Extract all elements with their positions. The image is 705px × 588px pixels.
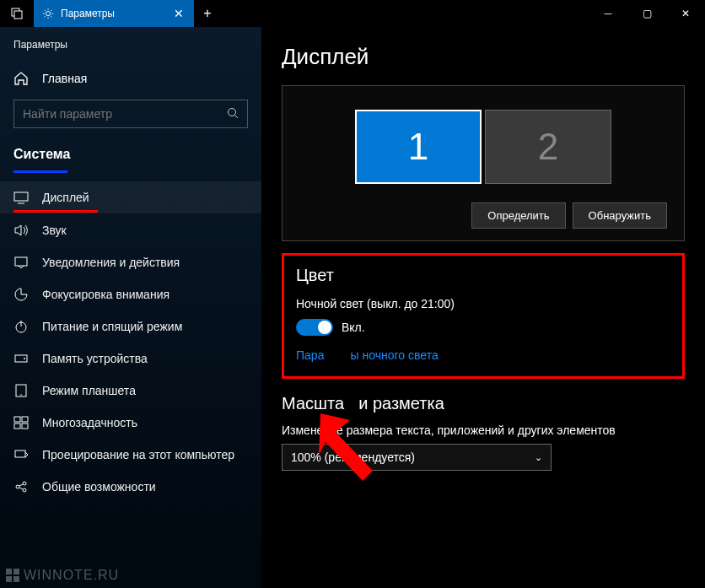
maximize-button[interactable]: ▢ [627,0,666,27]
power-icon [13,319,29,334]
minimize-button[interactable]: ─ [589,0,627,27]
nav-label: Многозадачность [42,416,137,429]
close-button[interactable]: ✕ [666,0,705,27]
identify-button[interactable]: Определить [471,202,565,229]
dropdown-value: 100% (рекомендуется) [291,450,415,464]
monitor-1[interactable]: 1 [355,110,482,184]
multitask-icon [13,415,29,430]
scale-title: Масштаб и разметка [282,394,685,413]
nav-storage[interactable]: Память устройства [0,343,261,375]
cascade-icon [10,7,24,20]
notification-icon [13,255,29,270]
nav-label: Фокусировка внимания [42,288,170,301]
storage-icon [13,351,29,366]
svg-rect-23 [6,569,12,575]
nav-focus[interactable]: Фокусировка внимания [0,278,261,310]
page-title: Дисплей [282,44,685,70]
windows-icon [5,568,20,583]
scale-dropdown[interactable]: 100% (рекомендуется) ⌄ [282,444,552,471]
watermark: WINNOTE.RU [5,568,119,583]
nav-label: Звук [42,224,67,237]
nav-power[interactable]: Питание и спящий режим [0,310,261,343]
svg-point-21 [23,488,26,492]
svg-rect-5 [14,192,28,201]
section-underline [13,170,67,173]
tab-close-button[interactable]: ✕ [172,7,186,20]
toggle-knob [318,321,331,334]
chevron-down-icon: ⌄ [535,452,542,463]
svg-rect-1 [14,11,22,19]
night-light-label: Ночной свет (выкл. до 21:00) [296,297,670,310]
nav-label: Общие возможности [42,480,156,494]
home-label: Главная [42,72,87,85]
sidebar: Параметры Главная Система Дисплей Звук У… [0,27,261,588]
search-icon [227,107,239,121]
monitor-2[interactable]: 2 [485,110,611,184]
detect-button[interactable]: Обнаружить [573,202,667,229]
focus-icon [13,287,29,302]
svg-point-20 [23,482,26,485]
svg-rect-14 [14,417,20,422]
svg-point-2 [46,11,50,15]
search-field[interactable] [23,107,227,121]
color-section-highlight: Цвет Ночной свет (выкл. до 21:00) Вкл. П… [282,253,685,379]
svg-line-4 [235,115,239,118]
nav-multitask[interactable]: Многозадачность [0,407,261,439]
night-light-settings-link[interactable]: Параметры ночного света [296,348,439,362]
nav-label: Память устройства [42,352,148,365]
night-light-toggle[interactable] [296,319,333,336]
svg-rect-17 [22,423,28,429]
svg-point-19 [16,485,19,488]
main-panel: Дисплей 1 2 Определить Обнаружить Цвет Н… [261,27,705,588]
active-tab[interactable]: Параметры ✕ [34,0,194,27]
breadcrumb: Параметры [0,35,261,62]
svg-rect-15 [22,417,28,422]
svg-rect-24 [13,569,19,575]
nav-sound[interactable]: Звук [0,214,261,246]
search-input[interactable] [13,100,248,128]
nav-label: Уведомления и действия [42,256,180,269]
nav-notifications[interactable]: Уведомления и действия [0,246,261,278]
svg-point-11 [24,358,25,359]
svg-point-13 [20,394,22,396]
home-nav-item[interactable]: Главная [0,62,261,94]
display-icon [13,190,29,205]
tablet-icon [13,383,29,398]
section-header: Система [0,143,261,169]
svg-rect-18 [15,450,25,457]
nav-shared[interactable]: Общие возможности [0,471,261,503]
color-title: Цвет [296,266,670,285]
scale-description: Изменение размера текста, приложений и д… [282,423,685,437]
svg-rect-16 [14,423,20,429]
home-icon [13,71,29,86]
svg-rect-7 [15,257,27,266]
new-tab-button[interactable]: + [194,0,221,27]
nav-label: Питание и спящий режим [42,320,182,333]
svg-point-3 [229,108,236,116]
svg-rect-25 [6,576,12,582]
project-icon [13,447,29,462]
nav-tablet[interactable]: Режим планшета [0,375,261,407]
nav-label: Дисплей [42,191,89,204]
tab-title: Параметры [61,8,165,19]
nav-label: Проецирование на этот компьютер [42,448,234,461]
sound-icon [13,223,29,238]
nav-project[interactable]: Проецирование на этот компьютер [0,439,261,471]
toggle-state-label: Вкл. [342,321,365,334]
gear-icon [42,8,54,19]
shared-icon [13,479,29,494]
monitor-arrangement: 1 2 Определить Обнаружить [282,85,685,241]
nav-display[interactable]: Дисплей [0,181,261,213]
titlebar: Параметры ✕ + ─ ▢ ✕ [0,0,705,27]
nav-label: Режим планшета [42,384,136,397]
active-underline [13,210,98,213]
svg-rect-26 [13,576,19,582]
app-switch-button[interactable] [0,0,34,27]
